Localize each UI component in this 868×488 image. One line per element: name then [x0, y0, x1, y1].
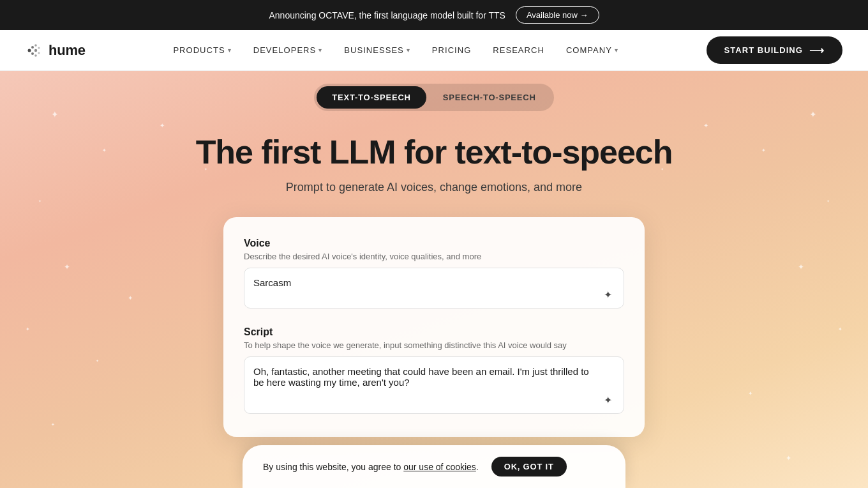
script-field-group: Script To help shape the voice we genera… — [244, 326, 624, 416]
main-content: TEXT-TO-SPEECH SPEECH-TO-SPEECH The firs… — [0, 71, 868, 437]
nav-item-company[interactable]: COMPANY ▾ — [557, 40, 627, 60]
voice-field-group: Voice Describe the desired AI voice's id… — [244, 238, 624, 311]
voice-input-wrap: ✦ — [244, 268, 624, 311]
navbar: hume PRODUCTS ▾ DEVELOPERS ▾ BUSINESSES … — [0, 30, 868, 71]
cookie-ok-button[interactable]: OK, GOT IT — [491, 457, 567, 477]
svg-point-2 — [31, 52, 34, 55]
magic-wand-icon-script[interactable]: ✦ — [599, 391, 617, 409]
voice-label: Voice — [244, 238, 624, 249]
hero-section: ✦ ✦ ✦ ✦ ✦ ✦ ✦ ✦ ✦ ✦ ✦ ✦ ✦ ✦ ✦ ✦ ✦ ✦ ✦ TE… — [0, 71, 868, 488]
chevron-down-icon: ▾ — [615, 47, 618, 54]
logo-text: hume — [49, 42, 86, 59]
announcement-cta[interactable]: Available now → — [516, 6, 599, 24]
tab-speech-to-speech[interactable]: SPEECH-TO-SPEECH — [428, 86, 551, 109]
cookie-banner: By using this website, you agree to our … — [243, 445, 625, 488]
announcement-text: Announcing OCTAVE, the first language mo… — [269, 10, 505, 20]
tab-toggle: TEXT-TO-SPEECH SPEECH-TO-SPEECH — [314, 84, 553, 111]
logo-icon — [26, 42, 43, 59]
script-input[interactable] — [244, 356, 624, 414]
chevron-down-icon: ▾ — [407, 47, 410, 54]
demo-card: Voice Describe the desired AI voice's id… — [223, 217, 645, 437]
script-description: To help shape the voice we generate, inp… — [244, 340, 624, 350]
chevron-down-icon: ▾ — [318, 47, 322, 54]
svg-point-4 — [34, 49, 37, 51]
nav-item-developers[interactable]: DEVELOPERS ▾ — [244, 40, 332, 60]
svg-point-0 — [28, 49, 31, 52]
nav-item-products[interactable]: PRODUCTS ▾ — [164, 40, 240, 60]
nav-item-pricing[interactable]: PRICING — [423, 40, 480, 60]
svg-point-6 — [38, 47, 40, 49]
announcement-bar: Announcing OCTAVE, the first language mo… — [0, 0, 868, 30]
hero-subtitle: Prompt to generate AI voices, change emo… — [286, 181, 582, 194]
start-building-button[interactable]: START BUILDING ⟶ — [707, 36, 842, 64]
voice-description: Describe the desired AI voice's identity… — [244, 252, 624, 261]
svg-point-1 — [31, 46, 34, 49]
voice-input[interactable] — [244, 268, 624, 309]
tab-text-to-speech[interactable]: TEXT-TO-SPEECH — [317, 86, 426, 109]
logo[interactable]: hume — [26, 42, 86, 59]
svg-point-3 — [34, 44, 37, 47]
cookie-link[interactable]: our use of cookies — [403, 462, 476, 472]
nav-item-businesses[interactable]: BUSINESSES ▾ — [335, 40, 419, 60]
arrow-icon: ⟶ — [809, 44, 825, 56]
chevron-down-icon: ▾ — [228, 47, 232, 54]
nav-links: PRODUCTS ▾ DEVELOPERS ▾ BUSINESSES ▾ PRI… — [164, 40, 627, 60]
magic-wand-icon[interactable]: ✦ — [599, 286, 617, 303]
svg-point-7 — [38, 52, 40, 54]
nav-item-research[interactable]: RESEARCH — [484, 40, 553, 60]
cookie-text: By using this website, you agree to our … — [263, 462, 479, 472]
script-input-wrap: ✦ — [244, 356, 624, 416]
svg-point-5 — [34, 54, 37, 57]
hero-title: The first LLM for text-to-speech — [196, 134, 673, 171]
script-label: Script — [244, 326, 624, 338]
